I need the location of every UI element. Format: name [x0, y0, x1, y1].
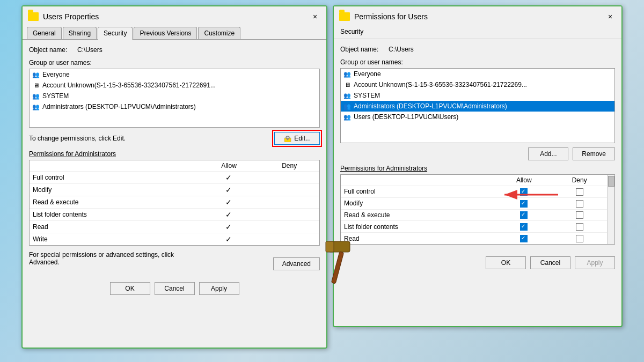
perm-allow-read-left: ✓: [199, 221, 260, 233]
perm-allow-readexec-right: [496, 209, 552, 221]
tab-previous-versions[interactable]: Previous Versions: [134, 27, 197, 39]
perm-name-write-left: Write: [30, 233, 199, 246]
object-name-row-left: Object name: C:\Users: [29, 46, 320, 54]
user-name-system-left: SYSTEM: [42, 92, 69, 100]
scrollbar-thumb[interactable]: [608, 176, 614, 187]
user-icon-users-right: 👥: [343, 113, 352, 121]
users-list-left[interactable]: 👥 Everyone 🖥 Account Unknown(S-1-15-3-65…: [29, 69, 320, 128]
object-name-value-left: C:\Users: [77, 46, 103, 54]
ok-button-left[interactable]: OK: [110, 282, 150, 295]
perm-col-name-left: [30, 160, 199, 172]
security-label-right: Security: [334, 25, 621, 39]
folder-icon-right: [339, 12, 350, 21]
perm-name-modify-left: Modify: [30, 184, 199, 196]
checkbox-read-deny[interactable]: [576, 235, 583, 242]
folder-icon-left: [28, 12, 39, 21]
perm-allow-read-right: [496, 233, 552, 244]
checkbox-modify-allow[interactable]: [520, 200, 528, 208]
perms-table-left: Allow Deny Full control ✓ Modify ✓: [30, 160, 319, 245]
perm-col-allow-left: Allow: [199, 160, 260, 172]
perm-deny-read-left: [259, 221, 319, 233]
advanced-button[interactable]: Advanced: [273, 257, 320, 270]
user-item-users-right[interactable]: 👥 Users (DESKTOP-L1PVUCM\Users): [341, 112, 614, 122]
user-name-admin-left: Administrators (DESKTOP-L1PVUCM\Administ…: [42, 103, 196, 110]
perms-table-wrapper-left: Allow Deny Full control ✓ Modify ✓: [29, 160, 320, 246]
perm-row-modify-right: Modify: [341, 197, 614, 209]
perm-deny-modify-right: [552, 197, 607, 209]
perm-row-read-right: Read: [341, 233, 614, 244]
perm-deny-fullcontrol-left: [259, 172, 319, 184]
perm-row-write-left: Write ✓: [30, 233, 319, 246]
perm-col-name-right: [341, 175, 496, 186]
apply-button-right[interactable]: Apply: [575, 256, 615, 269]
user-name-everyone-right: Everyone: [354, 70, 381, 78]
user-icon-admin-right: 👥: [343, 102, 352, 110]
perm-deny-listfolder-right: [552, 221, 607, 233]
checkbox-readexec-deny[interactable]: [576, 211, 583, 219]
checkbox-readexec-allow[interactable]: [520, 211, 528, 219]
perm-allow-fullcontrol-left: ✓: [199, 172, 260, 184]
perms-table-right: Allow Deny Full control: [341, 175, 614, 244]
cancel-button-right[interactable]: Cancel: [530, 256, 570, 269]
user-icon-account-left: 🖥: [32, 81, 40, 90]
ok-button-right[interactable]: OK: [486, 256, 526, 269]
group-label-right: Group or user names:: [340, 58, 615, 66]
close-button-left[interactable]: ×: [309, 11, 321, 23]
advanced-text: For special permissions or advanced sett…: [29, 251, 190, 266]
perm-name-readexec-left: Read & execute: [30, 196, 199, 209]
checkbox-modify-deny[interactable]: [576, 200, 583, 208]
user-icon-admin-left: 👥: [32, 102, 40, 111]
tab-general[interactable]: General: [27, 27, 62, 39]
users-list-right[interactable]: 👥 Everyone 🖥 Account Unknown(S-1-15-3-65…: [340, 68, 615, 143]
dialog-footer-left: OK Cancel Apply: [23, 277, 326, 300]
user-item-system-right[interactable]: 👥 SYSTEM: [341, 90, 614, 101]
checkbox-listfolder-allow[interactable]: [520, 223, 528, 231]
perm-row-readexec-right: Read & execute: [341, 209, 614, 221]
add-button[interactable]: Add...: [528, 147, 568, 160]
perm-name-listfolder-right: List folder contents: [341, 221, 496, 233]
perms-label-right: Permissions for Administrators: [340, 165, 615, 172]
checkbox-fullcontrol-deny[interactable]: [576, 188, 583, 196]
checkbox-listfolder-deny[interactable]: [576, 223, 583, 231]
right-content: Object name: C:\Users Group or user name…: [334, 39, 621, 251]
user-icon-system-left: 👥: [32, 92, 40, 100]
apply-button-left[interactable]: Apply: [199, 282, 239, 295]
user-icon-account-right: 🖥: [343, 80, 352, 89]
perms-label-left: Permissions for Administrators: [29, 150, 320, 158]
tab-sharing[interactable]: Sharing: [63, 27, 97, 39]
tab-security[interactable]: Security: [98, 27, 133, 40]
change-perms-text: To change permissions, click Edit.: [29, 135, 126, 142]
user-item-system-left[interactable]: 👥 SYSTEM: [30, 91, 319, 101]
object-name-row-right: Object name: C:\Users: [340, 46, 615, 53]
edit-button[interactable]: Edit...: [274, 132, 320, 145]
perm-row-fullcontrol-left: Full control ✓: [30, 172, 319, 184]
perm-row-listfolder-left: List folder contents ✓: [30, 209, 319, 221]
user-item-everyone-right[interactable]: 👥 Everyone: [341, 69, 614, 79]
user-name-account-left: Account Unknown(S-1-15-3-65536-332340756…: [42, 82, 216, 89]
user-item-account-left[interactable]: 🖥 Account Unknown(S-1-15-3-65536-3323407…: [30, 80, 319, 91]
close-button-right[interactable]: ×: [604, 11, 616, 23]
perms-scrollbar[interactable]: [607, 175, 614, 244]
cancel-button-left[interactable]: Cancel: [155, 282, 195, 295]
object-name-value-right: C:\Users: [389, 46, 414, 53]
add-remove-row: Add... Remove: [340, 147, 615, 160]
perm-deny-readexec-left: [259, 196, 319, 209]
perm-allow-write-left: ✓: [199, 233, 260, 246]
user-item-admin-right[interactable]: 👥 Administrators (DESKTOP-L1PVUCM\Admini…: [341, 101, 614, 112]
perm-allow-listfolder-right: [496, 221, 552, 233]
perm-col-allow-right: Allow: [496, 175, 552, 186]
perm-row-modify-left: Modify ✓: [30, 184, 319, 196]
tab-customize[interactable]: Customize: [198, 27, 240, 39]
user-item-account-right[interactable]: 🖥 Account Unknown(S-1-15-3-65536-3323407…: [341, 79, 614, 90]
perm-row-readexec-left: Read & execute ✓: [30, 196, 319, 209]
security-tab-content-left: Object name: C:\Users Group or user name…: [23, 39, 326, 277]
user-item-everyone-left[interactable]: 👥 Everyone: [30, 69, 319, 80]
remove-button[interactable]: Remove: [573, 147, 615, 160]
user-name-system-right: SYSTEM: [354, 92, 380, 99]
tabs-left: General Sharing Security Previous Versio…: [23, 25, 326, 39]
user-item-admin-left[interactable]: 👥 Administrators (DESKTOP-L1PVUCM\Admini…: [30, 101, 319, 112]
permissions-for-users-dialog: Permissions for Users × Security Object …: [333, 5, 623, 327]
checkbox-read-allow[interactable]: [520, 235, 528, 242]
perm-name-modify-right: Modify: [341, 197, 496, 209]
checkbox-fullcontrol-allow[interactable]: [520, 188, 528, 196]
